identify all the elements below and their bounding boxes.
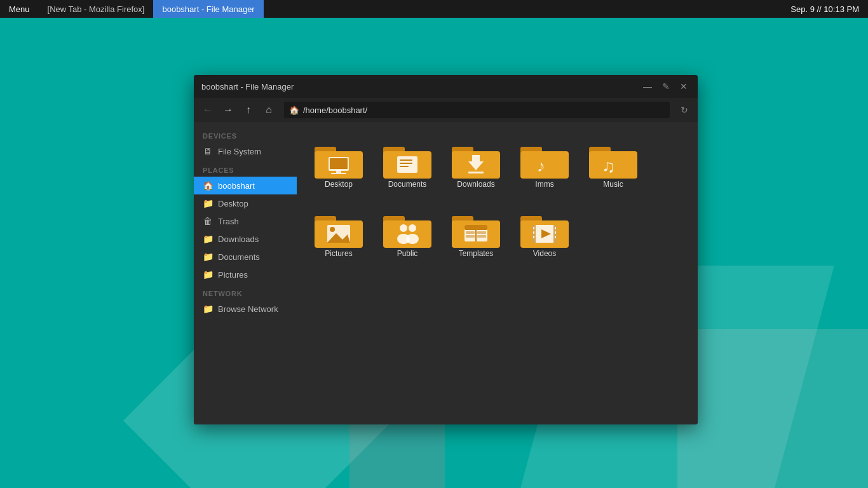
- sidebar-item-boobshart[interactable]: 🏠 boobshart: [194, 177, 297, 194]
- sidebar-item-desktop[interactable]: 📁 Desktop: [194, 194, 297, 212]
- music-label: Music: [603, 180, 623, 190]
- svg-point-29: [400, 224, 407, 232]
- documents-folder-svg: [382, 139, 433, 180]
- file-manager-window: boobshart - File Manager — ✎ ✕ ← → ↑ ⌂ 🏠…: [194, 75, 698, 424]
- svg-text:♫: ♫: [602, 156, 615, 176]
- window-title: boobshart - File Manager: [201, 82, 641, 92]
- sidebar-item-trash-label: Trash: [218, 217, 239, 226]
- svg-rect-52: [555, 236, 556, 238]
- folder-imms[interactable]: ♪ Imms: [513, 132, 576, 196]
- filesystem-icon: 🖥: [203, 146, 213, 156]
- svg-rect-48: [533, 231, 534, 234]
- window-controls: — ✎ ✕: [641, 80, 690, 93]
- svg-rect-5: [330, 158, 348, 169]
- svg-rect-10: [400, 163, 412, 164]
- svg-point-30: [409, 224, 416, 232]
- sidebar-item-documents-label: Documents: [218, 252, 260, 262]
- network-icon: 📁: [203, 304, 213, 314]
- svg-rect-8: [397, 156, 417, 173]
- svg-rect-38: [466, 231, 475, 234]
- titlebar: boobshart - File Manager — ✎ ✕: [194, 75, 698, 98]
- svg-rect-9: [400, 159, 412, 161]
- content-area: Devices 🖥 File System Places 🏠 boobshart…: [194, 122, 698, 424]
- taskbar-tab-firefox[interactable]: [New Tab - Mozilla Firefox]: [39, 0, 154, 18]
- bg-decoration-right2: [677, 329, 868, 488]
- close-button[interactable]: ✕: [677, 80, 690, 93]
- pictures-label: Pictures: [325, 249, 352, 259]
- up-button[interactable]: ↑: [240, 101, 257, 119]
- templates-label: Templates: [459, 249, 494, 259]
- templates-folder-svg: [451, 208, 501, 249]
- sidebar-item-filesystem-label: File System: [218, 147, 261, 156]
- sidebar-item-downloads[interactable]: 📁 Downloads: [194, 230, 297, 248]
- imms-folder-svg: ♪: [519, 139, 570, 180]
- boobshart-icon: 🏠: [203, 180, 213, 191]
- home-button[interactable]: ⌂: [260, 101, 278, 119]
- address-bar[interactable]: 🏠 /home/boobshart/: [284, 102, 670, 118]
- sidebar-item-pictures-label: Pictures: [218, 270, 248, 280]
- music-folder-svg: ♫: [588, 139, 639, 180]
- restore-button[interactable]: ✎: [660, 80, 672, 93]
- address-home-icon: 🏠: [289, 105, 299, 115]
- pictures-folder-svg: [313, 208, 364, 249]
- sidebar-item-trash[interactable]: 🗑 Trash: [194, 212, 297, 230]
- taskbar-menu[interactable]: Menu: [0, 0, 39, 18]
- desktop-label: Desktop: [325, 180, 353, 190]
- minimize-button[interactable]: —: [641, 80, 654, 93]
- pictures-folder-icon: 📁: [203, 269, 213, 280]
- sidebar-item-browse-network-label: Browse Network: [218, 304, 278, 314]
- svg-rect-41: [477, 235, 486, 238]
- svg-rect-47: [533, 227, 534, 229]
- svg-rect-50: [555, 227, 556, 229]
- sidebar-item-filesystem[interactable]: 🖥 File System: [194, 142, 297, 160]
- folder-downloads[interactable]: Downloads: [444, 132, 508, 196]
- sidebar-section-network: Network: [194, 283, 297, 300]
- taskbar-tab-filemanager[interactable]: boobshart - File Manager: [153, 0, 263, 18]
- sidebar-item-desktop-label: Desktop: [218, 199, 248, 208]
- svg-rect-49: [533, 236, 534, 238]
- folder-documents[interactable]: Documents: [376, 132, 439, 196]
- downloads-folder-icon: 📁: [203, 234, 213, 244]
- sidebar-item-pictures[interactable]: 📁 Pictures: [194, 266, 297, 283]
- downloads-label: Downloads: [457, 180, 494, 190]
- public-folder-svg: [382, 208, 433, 249]
- trash-icon: 🗑: [203, 216, 213, 226]
- folder-desktop[interactable]: Desktop: [307, 132, 370, 196]
- svg-rect-36: [465, 225, 487, 230]
- svg-rect-4: [331, 173, 346, 174]
- svg-text:♪: ♪: [537, 157, 545, 175]
- folder-public[interactable]: Public: [376, 201, 439, 266]
- sidebar-item-browse-network[interactable]: 📁 Browse Network: [194, 300, 297, 318]
- folder-videos[interactable]: Videos: [513, 201, 576, 266]
- videos-label: Videos: [533, 249, 556, 259]
- folder-templates[interactable]: Templates: [444, 201, 508, 266]
- back-button[interactable]: ←: [199, 101, 217, 119]
- svg-point-32: [406, 234, 419, 244]
- svg-rect-3: [336, 170, 341, 173]
- sidebar-item-downloads-label: Downloads: [218, 234, 259, 244]
- refresh-button[interactable]: ↻: [676, 102, 693, 118]
- svg-rect-11: [400, 166, 409, 167]
- toolbar: ← → ↑ ⌂ 🏠 /home/boobshart/ ↻: [194, 98, 698, 122]
- address-text: /home/boobshart/: [303, 105, 367, 115]
- sidebar-section-places: Places: [194, 160, 297, 177]
- forward-button[interactable]: →: [219, 101, 237, 119]
- imms-label: Imms: [535, 180, 553, 190]
- taskbar-clock: Sep. 9 // 10:13 PM: [790, 4, 868, 14]
- documents-folder-icon: 📁: [203, 252, 213, 262]
- svg-rect-39: [477, 231, 486, 234]
- sidebar: Devices 🖥 File System Places 🏠 boobshart…: [194, 122, 297, 424]
- sidebar-item-documents[interactable]: 📁 Documents: [194, 248, 297, 266]
- sidebar-item-boobshart-label: boobshart: [218, 181, 255, 191]
- svg-rect-28: [383, 220, 431, 248]
- folder-music[interactable]: ♫ Music: [581, 132, 645, 196]
- desktop-folder-svg: [313, 139, 364, 180]
- folder-pictures[interactable]: Pictures: [307, 201, 370, 266]
- documents-label: Documents: [388, 180, 427, 190]
- svg-rect-15: [468, 172, 484, 173]
- file-grid: Desktop Documents: [297, 122, 698, 424]
- sidebar-section-devices: Devices: [194, 126, 297, 142]
- svg-rect-51: [555, 231, 556, 234]
- videos-folder-svg: [519, 208, 570, 249]
- svg-point-25: [330, 227, 335, 232]
